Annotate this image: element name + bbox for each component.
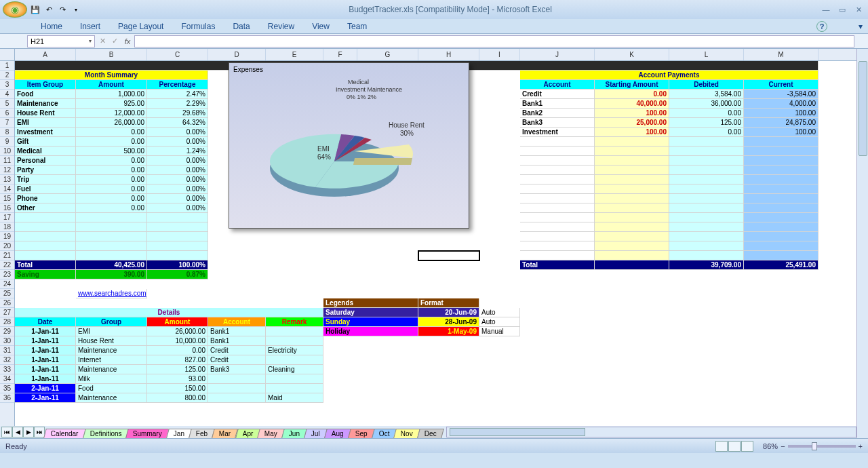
cell[interactable] (520, 232, 595, 241)
cell[interactable]: 150.00 (147, 384, 208, 393)
cell[interactable]: 0.00% (147, 128, 208, 137)
cell[interactable] (595, 222, 669, 232)
zoom-in-button[interactable]: + (859, 442, 863, 450)
sheet-tab-dec[interactable]: Dec (417, 429, 444, 438)
cell[interactable]: Current (744, 80, 818, 90)
cell[interactable]: 12,000.00 (76, 109, 147, 118)
cell[interactable]: Electricity (266, 346, 323, 355)
qat-dropdown-icon[interactable]: ▾ (71, 4, 81, 15)
row-header[interactable]: 18 (0, 222, 14, 232)
cell[interactable] (744, 194, 818, 203)
sheet-tab-may[interactable]: May (257, 429, 285, 438)
tab-view[interactable]: View (312, 22, 330, 31)
cell[interactable] (669, 203, 744, 213)
cell[interactable] (669, 232, 744, 241)
row-header[interactable]: 10 (0, 147, 14, 156)
cell[interactable]: 1-Jan-11 (15, 355, 76, 365)
zoom-out-button[interactable]: − (781, 442, 785, 450)
cell[interactable]: Amount (147, 317, 208, 327)
cell[interactable]: Bank2 (520, 109, 595, 118)
cell[interactable]: Food (76, 384, 147, 393)
cell[interactable]: Fuel (15, 184, 76, 194)
cell[interactable] (520, 251, 595, 260)
tab-team[interactable]: Team (347, 22, 367, 31)
cell[interactable]: Amount (76, 80, 147, 90)
cell[interactable]: 0.00 (76, 165, 147, 175)
cell[interactable]: 3,584.00 (669, 90, 744, 99)
cell[interactable]: 25,000.00 (595, 118, 669, 128)
fx-icon[interactable]: fx (121, 37, 134, 45)
cell[interactable]: 24,875.00 (744, 118, 818, 128)
cell[interactable]: Total (15, 260, 76, 270)
cell[interactable] (744, 232, 818, 241)
cell[interactable]: 26,000.00 (76, 118, 147, 128)
cell[interactable] (744, 251, 818, 260)
cell[interactable]: 40,425.00 (76, 260, 147, 270)
tab-home[interactable]: Home (41, 22, 62, 31)
cell[interactable]: Phone (15, 194, 76, 203)
cell[interactable]: 36,000.00 (669, 99, 744, 109)
cell[interactable] (147, 213, 208, 222)
cell[interactable] (266, 355, 323, 365)
row-header[interactable]: 14 (0, 184, 14, 194)
cell[interactable]: Month Summary (15, 71, 208, 80)
cell[interactable] (147, 251, 208, 260)
cell[interactable]: Maintenance (15, 99, 76, 109)
main-grid[interactable]: ABCDEFGHIJKLM JanuaryMonth SummaryItem G… (15, 49, 868, 438)
cell[interactable] (595, 194, 669, 203)
tab-nav-next[interactable]: ▶ (23, 427, 34, 437)
cell[interactable] (669, 213, 744, 222)
cell[interactable]: House Rent (76, 336, 147, 346)
cell[interactable]: Investment (15, 128, 76, 137)
cell[interactable]: Bank1 (520, 99, 595, 109)
cell[interactable] (669, 175, 744, 184)
cell[interactable]: 100.00% (147, 260, 208, 270)
row-header[interactable]: 12 (0, 165, 14, 175)
cell[interactable] (669, 165, 744, 175)
row-header[interactable]: 32 (0, 355, 14, 365)
cell[interactable]: Saving (15, 270, 76, 279)
cell[interactable] (595, 184, 669, 194)
row-header[interactable]: 26 (0, 298, 14, 308)
row-header[interactable]: 11 (0, 156, 14, 165)
tab-data[interactable]: Data (233, 22, 250, 31)
cell[interactable]: 29.68% (147, 109, 208, 118)
name-box[interactable]: H21▾ (27, 35, 95, 47)
sheet-tab-calendar[interactable]: Calendar (43, 429, 85, 438)
cell[interactable]: Format (418, 298, 479, 308)
cell[interactable] (15, 222, 76, 232)
row-header[interactable]: 16 (0, 203, 14, 213)
row-header[interactable]: 1 (0, 61, 14, 71)
sheet-tab-aug[interactable]: Aug (324, 429, 351, 438)
row-header[interactable]: 36 (0, 393, 14, 403)
cell[interactable]: Auto (479, 308, 520, 317)
tab-page-layout[interactable]: Page Layout (118, 22, 163, 31)
cell[interactable] (595, 137, 669, 147)
cell[interactable]: 100.00 (744, 128, 818, 137)
cell[interactable]: 25,491.00 (744, 260, 818, 270)
row-header[interactable]: 31 (0, 346, 14, 355)
cell[interactable] (15, 213, 76, 222)
cell[interactable]: 93.00 (147, 374, 208, 384)
cell[interactable] (520, 241, 595, 251)
col-header[interactable]: C (147, 49, 208, 60)
cell[interactable] (208, 393, 266, 403)
col-header[interactable]: B (76, 49, 147, 60)
cell[interactable]: Account (208, 317, 266, 327)
cell[interactable]: Date (15, 317, 76, 327)
row-header[interactable]: 4 (0, 90, 14, 99)
cell[interactable]: 2.47% (147, 90, 208, 99)
tab-insert[interactable]: Insert (80, 22, 100, 31)
cell[interactable] (208, 384, 266, 393)
col-header[interactable]: E (266, 49, 323, 60)
cell[interactable] (147, 222, 208, 232)
cell[interactable] (744, 137, 818, 147)
horizontal-scrollbar[interactable] (446, 427, 856, 437)
cell[interactable]: 0.00 (76, 128, 147, 137)
save-icon[interactable]: 💾 (30, 4, 41, 15)
col-header[interactable]: M (744, 49, 818, 60)
cell[interactable] (595, 213, 669, 222)
row-header[interactable]: 21 (0, 251, 14, 260)
cell[interactable] (669, 222, 744, 232)
cell[interactable]: 0.00% (147, 175, 208, 184)
